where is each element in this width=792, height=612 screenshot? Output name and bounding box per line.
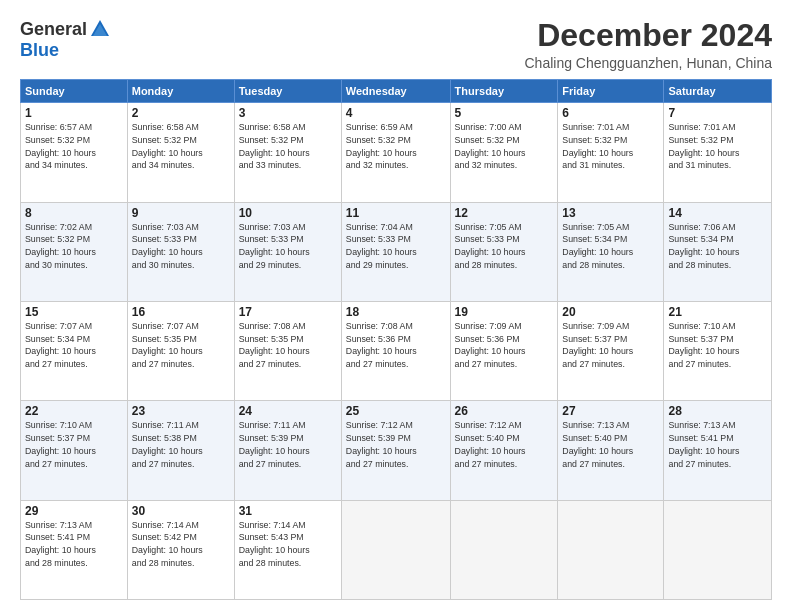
calendar-day-cell: 26Sunrise: 7:12 AM Sunset: 5:40 PM Dayli… xyxy=(450,401,558,500)
logo-icon xyxy=(89,18,111,40)
day-number: 11 xyxy=(346,206,446,220)
calendar-header-row: SundayMondayTuesdayWednesdayThursdayFrid… xyxy=(21,80,772,103)
day-number: 17 xyxy=(239,305,337,319)
location: Chaling Chengguanzhen, Hunan, China xyxy=(524,55,772,71)
calendar-week-row: 15Sunrise: 7:07 AM Sunset: 5:34 PM Dayli… xyxy=(21,301,772,400)
day-number: 8 xyxy=(25,206,123,220)
day-number: 12 xyxy=(455,206,554,220)
calendar-day-cell: 14Sunrise: 7:06 AM Sunset: 5:34 PM Dayli… xyxy=(664,202,772,301)
calendar-day-cell: 25Sunrise: 7:12 AM Sunset: 5:39 PM Dayli… xyxy=(341,401,450,500)
day-number: 7 xyxy=(668,106,767,120)
calendar-day-cell: 1Sunrise: 6:57 AM Sunset: 5:32 PM Daylig… xyxy=(21,103,128,202)
day-number: 25 xyxy=(346,404,446,418)
calendar-day-cell: 12Sunrise: 7:05 AM Sunset: 5:33 PM Dayli… xyxy=(450,202,558,301)
calendar-body: 1Sunrise: 6:57 AM Sunset: 5:32 PM Daylig… xyxy=(21,103,772,600)
day-info: Sunrise: 7:11 AM Sunset: 5:39 PM Dayligh… xyxy=(239,419,337,470)
day-number: 6 xyxy=(562,106,659,120)
day-number: 13 xyxy=(562,206,659,220)
calendar-day-cell xyxy=(558,500,664,599)
day-number: 24 xyxy=(239,404,337,418)
day-info: Sunrise: 6:58 AM Sunset: 5:32 PM Dayligh… xyxy=(239,121,337,172)
day-info: Sunrise: 7:05 AM Sunset: 5:34 PM Dayligh… xyxy=(562,221,659,272)
day-number: 18 xyxy=(346,305,446,319)
day-number: 28 xyxy=(668,404,767,418)
calendar-week-row: 29Sunrise: 7:13 AM Sunset: 5:41 PM Dayli… xyxy=(21,500,772,599)
day-info: Sunrise: 7:06 AM Sunset: 5:34 PM Dayligh… xyxy=(668,221,767,272)
calendar-header-cell: Saturday xyxy=(664,80,772,103)
day-info: Sunrise: 7:10 AM Sunset: 5:37 PM Dayligh… xyxy=(668,320,767,371)
day-info: Sunrise: 7:09 AM Sunset: 5:37 PM Dayligh… xyxy=(562,320,659,371)
day-info: Sunrise: 7:11 AM Sunset: 5:38 PM Dayligh… xyxy=(132,419,230,470)
calendar-day-cell: 24Sunrise: 7:11 AM Sunset: 5:39 PM Dayli… xyxy=(234,401,341,500)
header: General Blue December 2024 Chaling Cheng… xyxy=(20,18,772,71)
title-block: December 2024 Chaling Chengguanzhen, Hun… xyxy=(524,18,772,71)
day-info: Sunrise: 7:13 AM Sunset: 5:40 PM Dayligh… xyxy=(562,419,659,470)
day-info: Sunrise: 7:01 AM Sunset: 5:32 PM Dayligh… xyxy=(562,121,659,172)
day-number: 23 xyxy=(132,404,230,418)
day-info: Sunrise: 6:59 AM Sunset: 5:32 PM Dayligh… xyxy=(346,121,446,172)
day-info: Sunrise: 7:12 AM Sunset: 5:39 PM Dayligh… xyxy=(346,419,446,470)
calendar-day-cell: 15Sunrise: 7:07 AM Sunset: 5:34 PM Dayli… xyxy=(21,301,128,400)
calendar-week-row: 22Sunrise: 7:10 AM Sunset: 5:37 PM Dayli… xyxy=(21,401,772,500)
calendar-day-cell: 22Sunrise: 7:10 AM Sunset: 5:37 PM Dayli… xyxy=(21,401,128,500)
day-info: Sunrise: 7:10 AM Sunset: 5:37 PM Dayligh… xyxy=(25,419,123,470)
day-info: Sunrise: 7:13 AM Sunset: 5:41 PM Dayligh… xyxy=(25,519,123,570)
day-number: 29 xyxy=(25,504,123,518)
calendar-header-cell: Monday xyxy=(127,80,234,103)
day-number: 21 xyxy=(668,305,767,319)
calendar-header-cell: Sunday xyxy=(21,80,128,103)
calendar-day-cell: 10Sunrise: 7:03 AM Sunset: 5:33 PM Dayli… xyxy=(234,202,341,301)
calendar-day-cell: 7Sunrise: 7:01 AM Sunset: 5:32 PM Daylig… xyxy=(664,103,772,202)
calendar-day-cell: 8Sunrise: 7:02 AM Sunset: 5:32 PM Daylig… xyxy=(21,202,128,301)
logo: General Blue xyxy=(20,18,111,61)
calendar-day-cell: 23Sunrise: 7:11 AM Sunset: 5:38 PM Dayli… xyxy=(127,401,234,500)
day-info: Sunrise: 7:04 AM Sunset: 5:33 PM Dayligh… xyxy=(346,221,446,272)
calendar-week-row: 8Sunrise: 7:02 AM Sunset: 5:32 PM Daylig… xyxy=(21,202,772,301)
day-number: 31 xyxy=(239,504,337,518)
day-info: Sunrise: 6:57 AM Sunset: 5:32 PM Dayligh… xyxy=(25,121,123,172)
calendar-day-cell: 29Sunrise: 7:13 AM Sunset: 5:41 PM Dayli… xyxy=(21,500,128,599)
day-info: Sunrise: 7:05 AM Sunset: 5:33 PM Dayligh… xyxy=(455,221,554,272)
calendar-day-cell: 6Sunrise: 7:01 AM Sunset: 5:32 PM Daylig… xyxy=(558,103,664,202)
calendar-day-cell: 13Sunrise: 7:05 AM Sunset: 5:34 PM Dayli… xyxy=(558,202,664,301)
day-info: Sunrise: 7:03 AM Sunset: 5:33 PM Dayligh… xyxy=(132,221,230,272)
calendar-day-cell: 19Sunrise: 7:09 AM Sunset: 5:36 PM Dayli… xyxy=(450,301,558,400)
day-info: Sunrise: 7:12 AM Sunset: 5:40 PM Dayligh… xyxy=(455,419,554,470)
day-number: 4 xyxy=(346,106,446,120)
day-info: Sunrise: 7:07 AM Sunset: 5:35 PM Dayligh… xyxy=(132,320,230,371)
day-number: 1 xyxy=(25,106,123,120)
logo-general-text: General xyxy=(20,19,87,40)
calendar-day-cell: 4Sunrise: 6:59 AM Sunset: 5:32 PM Daylig… xyxy=(341,103,450,202)
day-number: 3 xyxy=(239,106,337,120)
calendar-day-cell: 20Sunrise: 7:09 AM Sunset: 5:37 PM Dayli… xyxy=(558,301,664,400)
calendar-day-cell: 17Sunrise: 7:08 AM Sunset: 5:35 PM Dayli… xyxy=(234,301,341,400)
day-info: Sunrise: 7:00 AM Sunset: 5:32 PM Dayligh… xyxy=(455,121,554,172)
day-info: Sunrise: 7:08 AM Sunset: 5:36 PM Dayligh… xyxy=(346,320,446,371)
calendar-day-cell: 31Sunrise: 7:14 AM Sunset: 5:43 PM Dayli… xyxy=(234,500,341,599)
calendar: SundayMondayTuesdayWednesdayThursdayFrid… xyxy=(20,79,772,600)
day-info: Sunrise: 7:03 AM Sunset: 5:33 PM Dayligh… xyxy=(239,221,337,272)
calendar-day-cell: 5Sunrise: 7:00 AM Sunset: 5:32 PM Daylig… xyxy=(450,103,558,202)
day-number: 15 xyxy=(25,305,123,319)
day-info: Sunrise: 7:14 AM Sunset: 5:43 PM Dayligh… xyxy=(239,519,337,570)
calendar-header-cell: Thursday xyxy=(450,80,558,103)
calendar-day-cell: 21Sunrise: 7:10 AM Sunset: 5:37 PM Dayli… xyxy=(664,301,772,400)
calendar-day-cell xyxy=(341,500,450,599)
day-info: Sunrise: 7:09 AM Sunset: 5:36 PM Dayligh… xyxy=(455,320,554,371)
day-info: Sunrise: 7:08 AM Sunset: 5:35 PM Dayligh… xyxy=(239,320,337,371)
day-number: 5 xyxy=(455,106,554,120)
day-number: 30 xyxy=(132,504,230,518)
month-title: December 2024 xyxy=(524,18,772,53)
calendar-day-cell: 30Sunrise: 7:14 AM Sunset: 5:42 PM Dayli… xyxy=(127,500,234,599)
day-info: Sunrise: 6:58 AM Sunset: 5:32 PM Dayligh… xyxy=(132,121,230,172)
day-info: Sunrise: 7:07 AM Sunset: 5:34 PM Dayligh… xyxy=(25,320,123,371)
calendar-day-cell xyxy=(450,500,558,599)
day-number: 22 xyxy=(25,404,123,418)
day-number: 9 xyxy=(132,206,230,220)
day-number: 10 xyxy=(239,206,337,220)
calendar-header-cell: Friday xyxy=(558,80,664,103)
calendar-day-cell xyxy=(664,500,772,599)
calendar-day-cell: 16Sunrise: 7:07 AM Sunset: 5:35 PM Dayli… xyxy=(127,301,234,400)
day-number: 2 xyxy=(132,106,230,120)
calendar-day-cell: 28Sunrise: 7:13 AM Sunset: 5:41 PM Dayli… xyxy=(664,401,772,500)
